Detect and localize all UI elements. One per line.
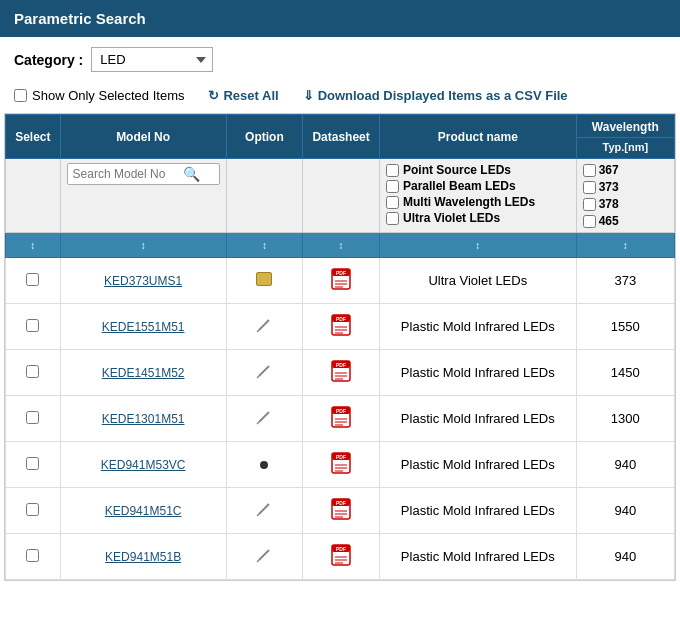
filter-wave-373[interactable]: 373 bbox=[583, 180, 668, 194]
sort-product[interactable]: ↕ bbox=[379, 233, 576, 258]
cell-wavelength: 1300 bbox=[576, 396, 674, 442]
search-model-input[interactable] bbox=[68, 164, 178, 184]
svg-text:PDF: PDF bbox=[336, 408, 346, 414]
filter-product-col: Point Source LEDs Parallel Beam LEDs Mul… bbox=[379, 159, 576, 233]
svg-line-6 bbox=[259, 320, 269, 330]
download-csv-button[interactable]: ⇓ Download Displayed Items as a CSV File bbox=[303, 88, 568, 103]
cell-datasheet: PDF bbox=[303, 258, 380, 304]
model-link-1[interactable]: KED373UMS1 bbox=[104, 274, 182, 288]
cell-wavelength: 1550 bbox=[576, 304, 674, 350]
model-link-5[interactable]: KED941M53VC bbox=[101, 458, 186, 472]
checkbox-wave-373[interactable] bbox=[583, 181, 596, 194]
filter-wavelength-col: 367 373 378 465 bbox=[576, 159, 674, 233]
svg-line-23 bbox=[257, 422, 259, 424]
cell-model-no: KEDE1301M51 bbox=[60, 396, 226, 442]
svg-text:PDF: PDF bbox=[336, 362, 346, 368]
sort-wavelength[interactable]: ↕ bbox=[576, 233, 674, 258]
checkbox-ultra-violet[interactable] bbox=[386, 212, 399, 225]
sort-select[interactable]: ↕ bbox=[6, 233, 61, 258]
row-checkbox-7[interactable] bbox=[26, 549, 39, 562]
cell-datasheet: PDF bbox=[303, 350, 380, 396]
cell-wavelength: 940 bbox=[576, 488, 674, 534]
row-checkbox-3[interactable] bbox=[26, 365, 39, 378]
page-title: Parametric Search bbox=[0, 0, 680, 37]
checkbox-wave-465[interactable] bbox=[583, 215, 596, 228]
reset-all-button[interactable]: ↻ Reset All bbox=[208, 88, 278, 103]
chip-icon bbox=[256, 272, 272, 286]
search-model-wrap: 🔍 bbox=[67, 163, 220, 185]
svg-text:PDF: PDF bbox=[336, 454, 346, 460]
pdf-icon[interactable]: PDF bbox=[331, 452, 351, 474]
pdf-icon[interactable]: PDF bbox=[331, 360, 351, 382]
data-table: Select Model No Option Datasheet Product… bbox=[5, 114, 675, 580]
pdf-icon[interactable]: PDF bbox=[331, 498, 351, 520]
wavelength-filters: 367 373 378 465 bbox=[583, 163, 668, 228]
checkbox-point-source[interactable] bbox=[386, 164, 399, 177]
row-checkbox-1[interactable] bbox=[26, 273, 39, 286]
category-row: Category : LED Photodiode Phototransisto… bbox=[0, 37, 680, 82]
filter-wave-378[interactable]: 378 bbox=[583, 197, 668, 211]
sort-icon-wavelength: ↕ bbox=[623, 240, 628, 251]
show-selected-checkbox-label[interactable]: Show Only Selected Items bbox=[14, 88, 184, 103]
search-icon-button[interactable]: 🔍 bbox=[178, 164, 205, 184]
filter-point-source[interactable]: Point Source LEDs bbox=[386, 163, 570, 177]
cell-product-name: Plastic Mold Infrared LEDs bbox=[379, 442, 576, 488]
pdf-icon[interactable]: PDF bbox=[331, 268, 351, 290]
cell-model-no: KED373UMS1 bbox=[60, 258, 226, 304]
row-checkbox-2[interactable] bbox=[26, 319, 39, 332]
table-header-row: Select Model No Option Datasheet Product… bbox=[6, 115, 675, 159]
cell-datasheet: PDF bbox=[303, 534, 380, 580]
filter-multi-wavelength[interactable]: Multi Wavelength LEDs bbox=[386, 195, 570, 209]
row-checkbox-4[interactable] bbox=[26, 411, 39, 424]
pencil-icon bbox=[255, 408, 273, 426]
table-row: KEDE1551M51 PDF Plastic Mold Infrared LE… bbox=[6, 304, 675, 350]
checkbox-wave-367[interactable] bbox=[583, 164, 596, 177]
show-selected-checkbox[interactable] bbox=[14, 89, 27, 102]
model-link-4[interactable]: KEDE1301M51 bbox=[102, 412, 185, 426]
model-link-6[interactable]: KED941M51C bbox=[105, 504, 182, 518]
sort-model[interactable]: ↕ bbox=[60, 233, 226, 258]
pdf-icon[interactable]: PDF bbox=[331, 406, 351, 428]
pencil-icon bbox=[255, 316, 273, 334]
col-header-product: Product name bbox=[379, 115, 576, 159]
svg-line-7 bbox=[257, 330, 259, 332]
col-header-model: Model No bbox=[60, 115, 226, 159]
model-link-7[interactable]: KED941M51B bbox=[105, 550, 181, 564]
filter-model-col: 🔍 bbox=[60, 159, 226, 233]
filter-parallel-beam[interactable]: Parallel Beam LEDs bbox=[386, 179, 570, 193]
checkbox-parallel-beam[interactable] bbox=[386, 180, 399, 193]
cell-option bbox=[226, 396, 302, 442]
sort-datasheet[interactable]: ↕ bbox=[303, 233, 380, 258]
filter-ultra-violet[interactable]: Ultra Violet LEDs bbox=[386, 211, 570, 225]
pdf-icon[interactable]: PDF bbox=[331, 314, 351, 336]
cell-datasheet: PDF bbox=[303, 304, 380, 350]
model-link-3[interactable]: KEDE1451M52 bbox=[102, 366, 185, 380]
data-table-wrapper: Select Model No Option Datasheet Product… bbox=[4, 113, 676, 581]
col-header-wavelength: Wavelength Typ.[nm] bbox=[576, 115, 674, 159]
sort-icon-option: ↕ bbox=[262, 240, 267, 251]
model-link-2[interactable]: KEDE1551M51 bbox=[102, 320, 185, 334]
table-row: KED373UMS1 PDF Ultra Violet LEDs373 bbox=[6, 258, 675, 304]
checkbox-multi-wavelength[interactable] bbox=[386, 196, 399, 209]
toolbar: Show Only Selected Items ↻ Reset All ⇓ D… bbox=[0, 82, 680, 113]
svg-line-37 bbox=[257, 514, 259, 516]
sort-icon-model: ↕ bbox=[141, 240, 146, 251]
cell-model-no: KED941M53VC bbox=[60, 442, 226, 488]
category-select[interactable]: LED Photodiode Phototransistor bbox=[91, 47, 213, 72]
checkbox-wave-378[interactable] bbox=[583, 198, 596, 211]
table-row: KEDE1451M52 PDF Plastic Mold Infrared LE… bbox=[6, 350, 675, 396]
filter-wave-367[interactable]: 367 bbox=[583, 163, 668, 177]
row-checkbox-5[interactable] bbox=[26, 457, 39, 470]
row-checkbox-6[interactable] bbox=[26, 503, 39, 516]
sort-icon-product: ↕ bbox=[475, 240, 480, 251]
pdf-icon[interactable]: PDF bbox=[331, 544, 351, 566]
svg-line-14 bbox=[259, 366, 269, 376]
table-row: KED941M51B PDF Plastic Mold Infrared LED… bbox=[6, 534, 675, 580]
svg-line-44 bbox=[259, 550, 269, 560]
cell-datasheet: PDF bbox=[303, 396, 380, 442]
sort-option[interactable]: ↕ bbox=[226, 233, 302, 258]
sort-icon-datasheet: ↕ bbox=[339, 240, 344, 251]
cell-option bbox=[226, 350, 302, 396]
svg-line-15 bbox=[257, 376, 259, 378]
filter-wave-465[interactable]: 465 bbox=[583, 214, 668, 228]
